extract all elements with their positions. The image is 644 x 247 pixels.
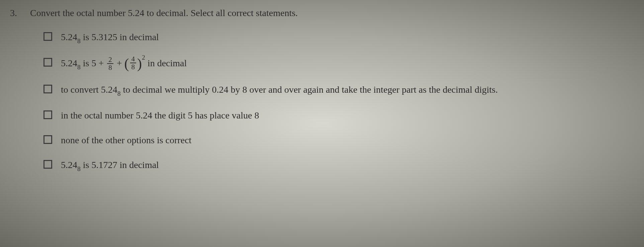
text: to decimal we multiply [121, 84, 212, 95]
math-value: 5 [91, 58, 96, 68]
fraction: 48 [130, 55, 136, 71]
fraction: 28 [107, 56, 113, 71]
text: is [81, 160, 92, 170]
option-text: 5.248 is 5.3125 in decimal [61, 30, 634, 45]
math-value: 5.24 [101, 84, 117, 95]
checkbox[interactable] [43, 58, 52, 67]
math-value: 5.3125 [91, 32, 117, 42]
denominator: 8 [130, 63, 136, 71]
option-text: 5.248 is 5.1727 in decimal [61, 158, 634, 173]
math-value: 5.1727 [91, 160, 117, 170]
denominator: 8 [107, 64, 113, 71]
math-value: 5.24 [61, 32, 77, 42]
text: to convert [61, 84, 101, 95]
checkbox[interactable] [43, 85, 52, 93]
option-6: 5.248 is 5.1727 in decimal [43, 158, 634, 173]
math-value: 5.24 [61, 58, 77, 68]
text: none of the other options is correct [61, 135, 191, 145]
subscript: 8 [77, 37, 81, 45]
open-paren: ( [124, 57, 129, 71]
question-number: 3. [10, 6, 30, 20]
option-1: 5.248 is 5.3125 in decimal [43, 30, 634, 45]
superscript: 2 [142, 54, 145, 61]
checkbox[interactable] [43, 110, 52, 119]
option-5: none of the other options is correct [43, 133, 634, 147]
math-value: 5.24 [136, 110, 152, 120]
option-text: to convert 5.248 to decimal we multiply … [61, 83, 634, 98]
text: over and over again and take the integer… [247, 84, 498, 95]
subscript: 8 [117, 90, 121, 97]
option-4: in the octal number 5.24 the digit 5 has… [43, 108, 634, 122]
question-text: Convert the octal number 5.24 to decimal… [30, 6, 634, 20]
text: has place value [192, 110, 254, 120]
text: the digit [152, 110, 188, 120]
option-2: 5.248 is 5 + 28 + (48)2 in decimal [43, 56, 634, 72]
math-value: 0.24 [212, 84, 228, 95]
numerator: 2 [107, 56, 113, 64]
option-text: 5.248 is 5 + 28 + (48)2 in decimal [61, 56, 634, 72]
text: in decimal [117, 160, 159, 170]
text: is [81, 58, 92, 68]
checkbox[interactable] [43, 160, 52, 169]
paren-fraction: (48) [124, 56, 142, 71]
option-text: in the octal number 5.24 the digit 5 has… [61, 108, 634, 122]
math-value: 8 [255, 110, 259, 120]
checkbox[interactable] [43, 135, 52, 144]
numerator: 4 [130, 55, 136, 63]
option-text: none of the other options is correct [61, 133, 634, 147]
subscript: 8 [77, 64, 81, 71]
options-container: 5.248 is 5.3125 in decimal 5.248 is 5 + … [43, 30, 634, 173]
checkbox[interactable] [43, 32, 52, 41]
math-value: 8 [243, 84, 247, 95]
option-3: to convert 5.248 to decimal we multiply … [43, 83, 634, 98]
text: is [81, 32, 92, 42]
math-value: 5 [188, 110, 192, 120]
text: in decimal [117, 32, 159, 42]
subscript: 8 [77, 165, 81, 172]
plus: + [96, 58, 106, 68]
text: in the octal number [61, 110, 136, 120]
text: in decimal [145, 58, 187, 68]
question-row: 3. Convert the octal number 5.24 to deci… [10, 6, 634, 20]
close-paren: ) [137, 57, 142, 71]
math-value: 5.24 [61, 160, 77, 170]
text: by [228, 84, 243, 95]
plus: + [114, 58, 124, 68]
